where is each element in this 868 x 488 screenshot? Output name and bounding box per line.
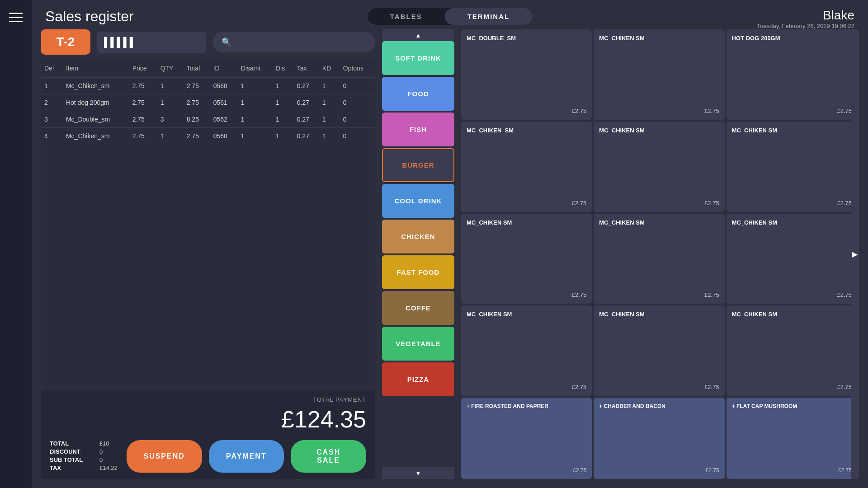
col-del: Del bbox=[41, 59, 62, 78]
tab-tables[interactable]: TABLES bbox=[368, 8, 445, 25]
totals: TOTAL £10 DISCOUNT 0 SUB TOTAL 0 TAX £14… bbox=[50, 440, 118, 473]
extra-card-0[interactable]: + FIRE ROASTED AND PAPRER £2.75 bbox=[461, 398, 592, 479]
left-panel: T-2 ▌▌▌▌▌ 🔍 Del Item Price QTY bbox=[41, 29, 375, 479]
order-table: Del Item Price QTY Total ID Disamt Dis T… bbox=[41, 59, 375, 385]
table-row[interactable]: 1 Mc_Chiken_sm 2.75 1 2.75 0560 1 1 0.27… bbox=[41, 78, 375, 94]
main-content: Sales register TABLES TERMINAL Blake Tue… bbox=[32, 0, 868, 488]
category-list: SOFT DRINKFOODFISHBURGERCOOL DRINKCHICKE… bbox=[382, 41, 454, 467]
col-dis: Dis bbox=[272, 59, 293, 78]
category-button-chicken[interactable]: CHICKEN bbox=[382, 220, 454, 253]
product-card-1[interactable]: MC_CHIKEN SM £2.75 bbox=[594, 29, 724, 120]
extra-card-2[interactable]: + FLAT CAP MUSHROOM £2.75 bbox=[726, 398, 857, 479]
category-button-vegetable[interactable]: VEGETABLE bbox=[382, 327, 454, 361]
product-name: MC_DOUBLE_SM bbox=[467, 35, 586, 42]
product-name: MC_CHIKEN SM bbox=[599, 219, 719, 227]
table-badge[interactable]: T-2 bbox=[41, 29, 90, 55]
extra-price: £2.75 bbox=[599, 467, 719, 474]
product-price: £2.75 bbox=[599, 108, 719, 114]
product-card-4[interactable]: MC_CHIKEN SM £2.75 bbox=[594, 122, 724, 212]
col-kd: KD bbox=[319, 59, 340, 78]
tax-value: £14.22 bbox=[99, 465, 118, 471]
product-card-9[interactable]: MC_CHIKEN SM £2.75 bbox=[461, 305, 592, 396]
total-value: £10 bbox=[99, 440, 109, 447]
product-scroll-right[interactable]: ▶ bbox=[851, 29, 859, 479]
category-button-cool-drink[interactable]: COOL DRINK bbox=[382, 184, 454, 218]
sub-total-value: 0 bbox=[99, 456, 103, 463]
table-row[interactable]: 2 Hot dog 200gm 2.75 1 2.75 0561 1 1 0.2… bbox=[41, 94, 375, 111]
product-price: £2.75 bbox=[467, 200, 586, 206]
table-row[interactable]: 3 Mc_Double_sm 2.75 3 8.25 0562 1 1 0.27… bbox=[41, 111, 375, 128]
cash-sale-button[interactable]: CASH SALE bbox=[291, 440, 366, 473]
category-button-soft-drink[interactable]: SOFT DRINK bbox=[382, 41, 454, 75]
barcode-icon: ▌▌▌▌▌ bbox=[104, 37, 136, 47]
extra-card-1[interactable]: + CHADDER AND BACON £2.75 bbox=[594, 398, 724, 479]
category-button-pizza[interactable]: PIZZA bbox=[382, 362, 454, 396]
product-card-3[interactable]: MC_CHIKEN_SM £2.75 bbox=[461, 122, 592, 212]
top-bar: T-2 ▌▌▌▌▌ 🔍 bbox=[41, 29, 375, 55]
product-grid: MC_DOUBLE_SM £2.75 MC_CHIKEN SM £2.75 HO… bbox=[461, 29, 857, 479]
product-name: HOT DOG 200GM bbox=[732, 35, 852, 42]
barcode-input-wrap[interactable]: ▌▌▌▌▌ bbox=[97, 32, 206, 53]
suspend-button[interactable]: SUSPEND bbox=[127, 440, 202, 473]
product-price: £2.75 bbox=[732, 291, 852, 298]
sidebar bbox=[0, 0, 32, 488]
category-scroll-down[interactable]: ▼ bbox=[382, 467, 454, 479]
product-name: MC_CHIKEN SM bbox=[732, 219, 852, 227]
table-row[interactable]: 4 Mc_Chiken_sm 2.75 1 2.75 0560 1 1 0.27… bbox=[41, 128, 375, 145]
extra-price: £2.75 bbox=[732, 467, 852, 474]
category-button-food[interactable]: FOOD bbox=[382, 77, 454, 111]
product-name: MC_CHIKEN SM bbox=[732, 311, 852, 319]
extra-name: + FLAT CAP MUSHROOM bbox=[732, 403, 852, 409]
payment-section: TOTAL PAYMENT £124.35 SUSPEND PAYMENT CA… bbox=[127, 396, 366, 473]
product-name: MC_CHIKEN_SM bbox=[467, 127, 586, 135]
col-optons: Optons bbox=[340, 59, 375, 78]
payment-button[interactable]: PAYMENT bbox=[209, 440, 284, 473]
product-card-5[interactable]: MC_CHIKEN SM £2.75 bbox=[726, 122, 857, 212]
product-price: £2.75 bbox=[599, 291, 719, 298]
product-price: £2.75 bbox=[467, 108, 586, 114]
product-price: £2.75 bbox=[732, 200, 852, 206]
sub-total-label: SUB TOTAL bbox=[50, 456, 90, 463]
product-card-7[interactable]: MC_CHIKEN SM £2.75 bbox=[594, 214, 724, 304]
content-area: T-2 ▌▌▌▌▌ 🔍 Del Item Price QTY bbox=[32, 29, 868, 479]
category-button-burger[interactable]: BURGER bbox=[382, 148, 454, 182]
category-button-fish[interactable]: FISH bbox=[382, 113, 454, 146]
product-price: £2.75 bbox=[732, 108, 852, 114]
product-price: £2.75 bbox=[467, 384, 586, 390]
product-price: £2.75 bbox=[467, 291, 586, 298]
hamburger-menu-icon[interactable] bbox=[9, 13, 23, 22]
product-name: MC_CHIKEN SM bbox=[599, 311, 719, 319]
extra-name: + CHADDER AND BACON bbox=[599, 403, 719, 409]
product-card-2[interactable]: HOT DOG 200GM £2.75 bbox=[726, 29, 857, 120]
product-card-8[interactable]: MC_CHIKEN SM £2.75 bbox=[726, 214, 857, 304]
category-scroll-up[interactable]: ▲ bbox=[382, 29, 454, 41]
product-name: MC_CHIKEN SM bbox=[732, 127, 852, 135]
category-button-coffe[interactable]: COFFE bbox=[382, 291, 454, 325]
product-name: MC_CHIKEN SM bbox=[467, 219, 586, 227]
extra-price: £2.75 bbox=[467, 467, 586, 474]
search-icon: 🔍 bbox=[222, 37, 231, 47]
product-card-0[interactable]: MC_DOUBLE_SM £2.75 bbox=[461, 29, 592, 120]
product-price: £2.75 bbox=[732, 384, 852, 390]
user-datetime: Tuesday, February 26, 2019 19:06:22 bbox=[757, 23, 854, 29]
col-qty: QTY bbox=[157, 59, 183, 78]
product-name: MC_CHIKEN SM bbox=[599, 35, 719, 42]
product-card-11[interactable]: MC_CHIKEN SM £2.75 bbox=[726, 305, 857, 396]
discount-label: DISCOUNT bbox=[50, 448, 90, 455]
discount-value: 0 bbox=[99, 448, 103, 455]
total-label: TOTAL bbox=[50, 440, 90, 447]
tab-terminal[interactable]: TERMINAL bbox=[445, 8, 533, 25]
category-panel: ▲ SOFT DRINKFOODFISHBURGERCOOL DRINKCHIC… bbox=[382, 29, 454, 479]
product-name: MC_CHIKEN SM bbox=[467, 311, 586, 319]
search-input-wrap[interactable]: 🔍 bbox=[212, 32, 375, 52]
action-buttons: SUSPEND PAYMENT CASH SALE bbox=[127, 440, 366, 473]
product-card-10[interactable]: MC_CHIKEN SM £2.75 bbox=[594, 305, 724, 396]
product-card-6[interactable]: MC_CHIKEN SM £2.75 bbox=[461, 214, 592, 304]
category-button-fast-food[interactable]: FAST FOOD bbox=[382, 255, 454, 289]
payment-label: TOTAL PAYMENT bbox=[313, 396, 366, 403]
col-item: Item bbox=[62, 59, 129, 78]
header: Sales register TABLES TERMINAL Blake Tue… bbox=[32, 0, 868, 29]
tax-label: TAX bbox=[50, 465, 90, 471]
footer-panel: TOTAL £10 DISCOUNT 0 SUB TOTAL 0 TAX £14… bbox=[41, 390, 375, 479]
col-tax: Tax bbox=[293, 59, 319, 78]
